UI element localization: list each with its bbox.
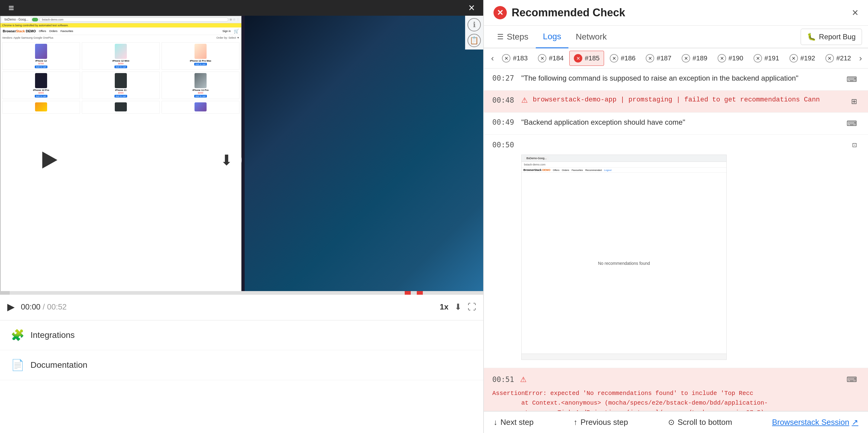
panel-title: Recommended Check [512, 6, 625, 19]
cart-icon: 🛒 [234, 29, 239, 33]
check-186-label: #186 [621, 54, 636, 62]
check-nav-next[interactable]: › [857, 51, 864, 65]
orders-link: Orders [49, 30, 58, 33]
check-184-icon: ✕ [538, 54, 546, 62]
log-time-0050: 00:50 [492, 141, 517, 149]
logs-content[interactable]: 00:27 "The following command is supposed… [484, 68, 868, 411]
report-bug-button[interactable]: 🐛 Report Bug [801, 29, 862, 45]
log-time-0048: 00:48 [492, 96, 517, 104]
browser-bar: bsDemo - Goog... bstack-demo.com ⊕ ☆ ⋮ [0, 16, 241, 23]
log-time-0049: 00:49 [492, 118, 517, 126]
video-close-button[interactable]: × [468, 1, 475, 14]
check-190-icon: ✕ [718, 54, 726, 62]
check-191-icon: ✕ [753, 54, 762, 62]
log-action-0048[interactable]: ⊞ [849, 96, 860, 107]
play-button[interactable] [30, 142, 66, 178]
log-action-0027[interactable]: ⌨ [844, 74, 860, 85]
check-187-icon: ✕ [646, 54, 654, 62]
progress-markers [405, 291, 423, 295]
log-action-0049[interactable]: ⌨ [844, 118, 860, 129]
total-time: 00:52 [47, 302, 67, 311]
play-pause-button[interactable]: ▶ [7, 301, 15, 312]
mini-url: bstack-demo.com [524, 163, 546, 166]
automation-notice: Chrome is being controlled by automated … [0, 23, 241, 28]
prev-step-button[interactable]: ↑ Previous step [574, 417, 628, 427]
check-189-icon: ✕ [682, 54, 690, 62]
browser-tab: bsDemo - Goog... [2, 17, 31, 22]
browserstack-session-link[interactable]: Browserstack Session ↗ [772, 417, 858, 427]
progress-bar[interactable] [0, 291, 483, 295]
check-item-187[interactable]: ✕ #187 [641, 51, 676, 66]
info-icon[interactable]: ℹ [467, 18, 481, 31]
product-item: iPhone 12 Mini $699 Add to cart [82, 42, 160, 70]
product-item: iPhone 12 Pro $999 Add to cart [2, 71, 80, 99]
product-item: iPhone 11 $599 Add to cart [82, 71, 160, 99]
scroll-bottom-button[interactable]: ⊙ Scroll to bottom [668, 417, 733, 427]
current-time: 00:00 [21, 302, 40, 311]
tab-steps[interactable]: ☰ Steps [490, 26, 536, 48]
product-item [162, 101, 240, 114]
check-item-190[interactable]: ✕ #190 [713, 51, 748, 66]
check-183-icon: ✕ [502, 54, 510, 62]
right-panel: ✕ Recommended Check × ☰ Steps Logs Netwo… [483, 0, 868, 433]
mini-offers: Offers [553, 169, 560, 172]
sidebar-item-documentation[interactable]: 📄 Documentation [0, 350, 483, 380]
mini-brand: BrowserStack DEMO [523, 168, 551, 172]
check-item-189[interactable]: ✕ #189 [677, 51, 712, 66]
check-item-183[interactable]: ✕ #183 [497, 51, 532, 66]
signin-link: Sign in [222, 30, 231, 33]
hamburger-icon[interactable]: ≡ [8, 2, 14, 13]
log-action-0051[interactable]: ⌨ [844, 374, 860, 385]
download-button[interactable]: ⬇ [211, 145, 242, 175]
external-link-icon: ↗ [852, 417, 858, 427]
close-right-panel-button[interactable]: × [852, 6, 858, 19]
prev-step-label: Previous step [581, 417, 628, 427]
log-time-0027: 00:27 [492, 74, 517, 83]
log-entry-0049: 00:49 "Backend application exception sho… [484, 113, 868, 135]
log-text-0027: "The following command is supposed to ra… [521, 74, 839, 83]
log-time-0051: 00:51 [492, 375, 517, 384]
product-item: iPhone 11 Pro $899 Add to cart [162, 71, 240, 99]
error-log-header-0051: 00:51 ⚠ ⌨ [492, 374, 860, 385]
document-icon[interactable]: 📋 [467, 34, 481, 47]
check-item-212[interactable]: ✕ #212 [821, 51, 856, 66]
product-item [82, 101, 160, 114]
no-recommendations-text: No recommendations found [598, 261, 650, 266]
controls-row: ▶ 00:00 / 00:52 1x ⬇ ⛶ [0, 295, 483, 319]
check-item-185[interactable]: ✕ #185 [569, 51, 604, 66]
marker-1 [405, 291, 411, 295]
check-192-icon: ✕ [789, 54, 798, 62]
check-190-label: #190 [728, 54, 743, 62]
sidebar-item-integrations[interactable]: 🧩 Integrations [0, 320, 483, 350]
fullscreen-button[interactable]: ⛶ [467, 302, 476, 312]
log-action-0050[interactable]: ⊡ [849, 140, 860, 150]
check-item-186[interactable]: ✕ #186 [605, 51, 640, 66]
tab-network[interactable]: Network [568, 26, 614, 48]
check-187-label: #187 [657, 54, 672, 62]
check-item-192[interactable]: ✕ #192 [785, 51, 820, 66]
report-bug-label: Report Bug [819, 33, 856, 41]
log-entry-0048: 00:48 ⚠ browserstack-demo-app | promstag… [484, 91, 868, 113]
left-panel: ≡ × bsDemo - Goog... bstack-demo.com ⊕ ☆… [0, 0, 483, 433]
speed-button[interactable]: 1x [440, 302, 448, 312]
scroll-bottom-label: Scroll to bottom [678, 417, 733, 427]
error-icon-0051: ⚠ [520, 375, 527, 384]
tab-navigation: ☰ Steps Logs Network 🐛 Report Bug [484, 26, 868, 48]
product-grid: iPhone 12 $799 Add to cart iPhone 12 Min… [0, 40, 241, 115]
check-item-191[interactable]: ✕ #191 [749, 51, 784, 66]
product-item: iPhone 12 $799 Add to cart [2, 42, 80, 70]
check-nav-prev[interactable]: ‹ [489, 51, 496, 65]
arrow-up-icon: ↑ [574, 417, 578, 427]
tab-logs[interactable]: Logs [536, 26, 569, 48]
offers-link: Offers [39, 30, 46, 33]
url-bar: bstack-demo.com [39, 18, 229, 22]
log-entry-0051: 00:51 ⚠ ⌨ AssertionError: expected 'No r… [484, 368, 868, 411]
download-ctrl-button[interactable]: ⬇ [455, 302, 462, 312]
sidebar-bottom: 🧩 Integrations 📄 Documentation [0, 320, 483, 433]
header-left: ✕ Recommended Check [494, 6, 625, 19]
time-display: 00:00 / 00:52 [21, 302, 67, 312]
network-tab-label: Network [576, 32, 607, 42]
mini-scrollbar [522, 353, 726, 360]
check-item-184[interactable]: ✕ #184 [533, 51, 568, 66]
next-step-button[interactable]: ↓ Next step [494, 417, 534, 427]
